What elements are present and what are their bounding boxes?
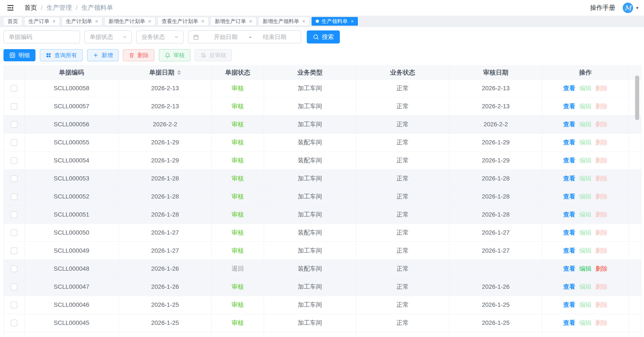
view-link[interactable]: 查看 [563,174,576,183]
delete-link[interactable]: 删除 [596,174,608,183]
cell-doc-status: 审核 [212,97,264,115]
manual-link[interactable]: 操作手册 [590,3,615,12]
delete-link[interactable]: 删除 [596,265,608,273]
edit-link[interactable]: 编辑 [580,84,592,92]
tab[interactable]: 新增生产领料单× [258,17,310,26]
cell-audit-date: 2026-1-29 [449,133,542,151]
close-icon[interactable]: × [249,19,252,24]
view-link[interactable]: 查看 [563,84,576,92]
edit-link[interactable]: 编辑 [580,138,592,147]
detail-button[interactable]: 明细 [4,49,36,61]
row-checkbox[interactable] [11,121,18,128]
delete-link[interactable]: 删除 [596,283,608,291]
row-checkbox[interactable] [11,157,18,164]
biz-status-select[interactable]: 业务状态 [136,30,184,43]
view-link[interactable]: 查看 [563,120,576,128]
doc-code-input[interactable]: 单据编码 [4,30,80,43]
delete-link[interactable]: 删除 [596,229,608,237]
date-end-input[interactable]: 结束日期 [253,33,296,41]
view-link[interactable]: 查看 [563,301,576,309]
row-checkbox[interactable] [11,85,18,92]
tab[interactable]: 首页 [4,17,22,26]
edit-link[interactable]: 编辑 [580,283,592,291]
search-button[interactable]: 搜索 [307,30,340,43]
tab[interactable]: 新增生产订单× [210,17,256,26]
delete-link[interactable]: 删除 [596,156,608,165]
view-link[interactable]: 查看 [563,102,576,110]
view-link[interactable]: 查看 [563,247,576,255]
close-icon[interactable]: × [302,19,305,24]
edit-link[interactable]: 编辑 [580,192,592,201]
scrollbar-gutter [628,260,641,278]
delete-link[interactable]: 删除 [596,319,608,327]
row-checkbox[interactable] [11,139,18,146]
close-icon[interactable]: × [148,19,151,24]
tab[interactable]: 新增生产计划单× [104,17,155,26]
delete-link[interactable]: 删除 [596,210,608,219]
edit-link[interactable]: 编辑 [580,319,592,327]
edit-link[interactable]: 编辑 [580,229,592,237]
unaudit-button[interactable]: 反审核 [195,49,232,61]
row-checkbox[interactable] [11,266,18,272]
button-label: 查询所有 [54,51,77,59]
view-link[interactable]: 查看 [563,156,576,165]
tab-active[interactable]: 生产领料单× [312,17,358,26]
doc-status-select[interactable]: 单据状态 [84,30,132,43]
date-start-input[interactable]: 开始日期 [204,33,248,41]
audit-button[interactable]: 审核 [159,49,190,61]
tab[interactable]: 查看生产计划单× [158,17,208,26]
cell-audit-date: 2026-1-26 [449,278,542,296]
edit-link[interactable]: 编辑 [580,265,592,273]
cell-biz-type: 加工车间 [264,79,356,97]
sort-icon[interactable] [177,70,181,75]
edit-link[interactable]: 编辑 [580,247,592,255]
breadcrumb-section[interactable]: 生产管理 [46,3,72,12]
delete-link[interactable]: 删除 [596,192,608,201]
delete-link[interactable]: 删除 [596,301,608,309]
view-link[interactable]: 查看 [563,283,576,291]
row-checkbox[interactable] [11,284,18,290]
view-link[interactable]: 查看 [563,319,576,327]
add-button[interactable]: 新增 [87,49,118,61]
row-checkbox[interactable] [11,302,18,308]
row-checkbox[interactable] [11,247,18,254]
menu-fold-icon[interactable] [6,3,15,12]
tab[interactable]: 生产计划单× [62,17,102,26]
row-checkbox[interactable] [11,193,18,200]
close-icon[interactable]: × [95,19,98,24]
breadcrumb-home[interactable]: 首页 [24,3,37,12]
row-checkbox[interactable] [11,229,18,236]
edit-link[interactable]: 编辑 [580,102,592,110]
row-checkbox[interactable] [11,103,18,110]
vertical-scrollbar-thumb[interactable] [635,75,639,120]
view-link[interactable]: 查看 [563,265,576,273]
row-checkbox[interactable] [11,211,18,218]
header-doc-date[interactable]: 单据日期 [118,66,212,79]
chevron-down-icon[interactable]: ▾ [636,5,638,10]
delete-link[interactable]: 删除 [596,247,608,255]
view-link[interactable]: 查看 [563,210,576,219]
date-range-picker[interactable]: 开始日期 - 结束日期 [188,30,301,43]
delete-button[interactable]: 删除 [123,49,154,61]
view-link[interactable]: 查看 [563,229,576,237]
delete-link[interactable]: 删除 [596,84,608,92]
edit-link[interactable]: 编辑 [580,301,592,309]
row-checkbox[interactable] [11,175,18,182]
delete-link[interactable]: 删除 [596,120,608,128]
edit-link[interactable]: 编辑 [580,174,592,183]
row-checkbox[interactable] [11,320,18,326]
cell-biz-status: 正常 [356,188,449,205]
delete-link[interactable]: 删除 [596,102,608,110]
close-icon[interactable]: × [201,19,204,24]
edit-link[interactable]: 编辑 [580,210,592,219]
view-link[interactable]: 查看 [563,192,576,201]
avatar[interactable]: M [623,2,633,13]
query-all-button[interactable]: 查询所有 [40,49,83,61]
view-link[interactable]: 查看 [563,138,576,147]
edit-link[interactable]: 编辑 [580,156,592,165]
tab[interactable]: 生产订单× [24,17,60,26]
close-icon[interactable]: × [351,19,354,24]
close-icon[interactable]: × [52,19,56,24]
edit-link[interactable]: 编辑 [580,120,592,128]
delete-link[interactable]: 删除 [596,138,608,147]
